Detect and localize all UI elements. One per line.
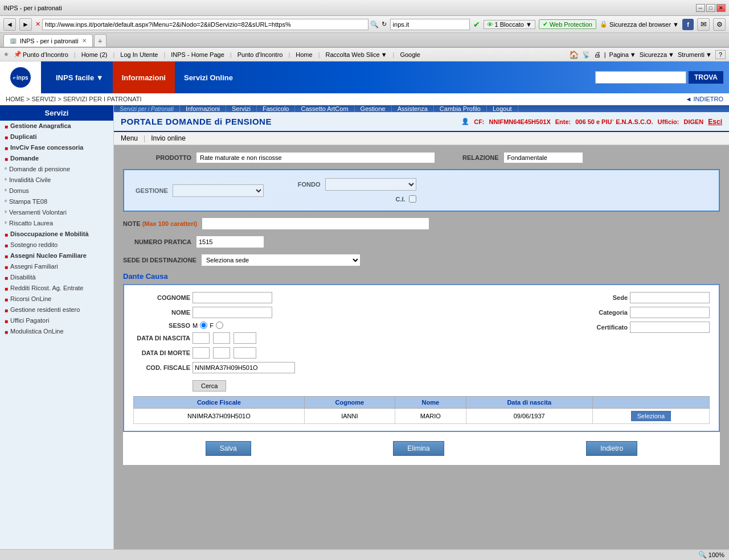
sidebar-item-uffici[interactable]: ■ Uffici Pagatori — [0, 315, 113, 326]
gestione-select[interactable] — [173, 184, 264, 197]
relazione-input[interactable] — [503, 152, 583, 163]
portal-nav-informazioni[interactable]: Informazioni — [180, 105, 226, 112]
esci-button[interactable]: Esci — [708, 118, 722, 126]
portal-nav-cassetto[interactable]: Cassetto ArtCom — [295, 105, 354, 112]
sicurezza-dropdown[interactable]: ▼ — [668, 51, 674, 58]
dropdown-icon2[interactable]: ▼ — [673, 21, 679, 28]
note-input[interactable] — [202, 217, 429, 230]
sidebar-item-invciv[interactable]: ■ InvCiv Fase concessoria — [0, 142, 113, 153]
dropdown-icon[interactable]: ▼ — [526, 21, 532, 28]
search-icon[interactable]: 🔍 — [370, 20, 379, 28]
back-link[interactable]: ◄ INDIETRO — [686, 96, 724, 102]
close-btn[interactable]: ✕ — [716, 4, 726, 12]
sesso-f-radio[interactable] — [216, 322, 223, 329]
bookmark-home[interactable]: Home — [296, 51, 312, 58]
prodotto-input[interactable] — [196, 152, 435, 163]
sidebar-item-domande[interactable]: ■ Domande — [0, 153, 113, 164]
mail-icon[interactable]: ✉ — [697, 18, 710, 31]
facebook-icon[interactable]: f — [682, 19, 694, 30]
sidebar-item-gestione-anagrafica[interactable]: ■ Gestione Anagrafica — [0, 121, 113, 131]
rss-icon[interactable]: 📡 — [582, 51, 591, 59]
tab-close-icon[interactable]: ✕ — [82, 38, 87, 44]
cod-fiscale-input[interactable] — [193, 362, 295, 373]
portal-nav-servizi[interactable]: Servizi — [226, 105, 257, 112]
cognome-input[interactable] — [193, 292, 272, 303]
forward-btn[interactable]: ► — [19, 18, 32, 31]
home-icon[interactable]: 🏠 — [569, 50, 579, 59]
portal-nav-fascicolo[interactable]: Fascicolo — [257, 105, 295, 112]
back-btn[interactable]: ◄ — [3, 18, 16, 31]
seleziona-button[interactable]: Seleziona — [631, 411, 671, 421]
nav-informazioni[interactable]: Informazioni — [113, 61, 175, 93]
bookmark-inps-home[interactable]: INPS - Home Page — [171, 51, 224, 58]
bookmark-punto-incontro[interactable]: 📌 Punto d'Incontro — [14, 51, 68, 58]
close-tab-icon[interactable]: ✕ — [35, 20, 40, 28]
sidebar-item-duplicati[interactable]: ■ Duplicati — [0, 131, 113, 142]
sidebar-item-redditi[interactable]: ■ Redditi Ricost. Ag. Entrate — [0, 283, 113, 294]
sidebar-item-versamenti[interactable]: ° Versamenti Volontari — [0, 207, 113, 218]
menu-link[interactable]: Menu — [121, 134, 138, 142]
settings-icon[interactable]: ⚙ — [713, 18, 726, 31]
bookmark-google[interactable]: Google — [400, 51, 420, 58]
ci-checkbox[interactable] — [409, 195, 416, 203]
sicurezza-menu[interactable]: Sicurezza ▼ — [640, 51, 674, 58]
bookmark-punto2[interactable]: Punto d'Incontro — [237, 51, 283, 58]
data-morte-yyyy[interactable] — [234, 347, 256, 359]
dropdown-icon-raccolta[interactable]: ▼ — [381, 51, 387, 58]
sidebar-item-gestione-residenti[interactable]: ■ Gestione residenti estero — [0, 304, 113, 315]
elimina-button[interactable]: Elimina — [393, 441, 444, 456]
data-morte-mm[interactable] — [213, 347, 230, 359]
web-protection-badge[interactable]: ✔ Web Protection — [539, 19, 596, 29]
data-nascita-mm[interactable] — [213, 332, 230, 344]
sidebar-item-invalidita[interactable]: ° Invalidità Civile — [0, 175, 113, 186]
strumenti-menu[interactable]: Strumenti ▼ — [678, 51, 712, 58]
data-nascita-yyyy[interactable] — [234, 332, 256, 344]
numero-pratica-input[interactable] — [196, 236, 264, 248]
fondo-select[interactable] — [325, 178, 416, 191]
sidebar-item-domus[interactable]: ° Domus — [0, 186, 113, 196]
sidebar-item-stampa-te08[interactable]: ° Stampa TE08 — [0, 196, 113, 207]
refresh-icon[interactable]: ↻ — [382, 20, 387, 28]
active-tab[interactable]: 🏢 INPS - per i patronati ✕ — [3, 34, 93, 47]
indietro-button[interactable]: Indietro — [586, 441, 637, 456]
certificato-input[interactable] — [630, 322, 710, 333]
bookmark-raccolta[interactable]: Raccolta Web Slice ▼ — [326, 51, 387, 58]
maximize-btn[interactable]: □ — [706, 4, 715, 12]
sidebar-item-ricorsi[interactable]: ■ Ricorsi OnLine — [0, 294, 113, 304]
sidebar-item-sostegno[interactable]: ■ Sostegno reddito — [0, 240, 113, 250]
pagina-dropdown[interactable]: ▼ — [630, 51, 636, 58]
categoria-input[interactable] — [630, 307, 710, 318]
sesso-m-radio[interactable] — [200, 322, 207, 329]
address-bar[interactable] — [42, 19, 368, 30]
nome-input[interactable] — [193, 307, 272, 318]
nav-inps-facile[interactable]: INPS facile ▼ — [47, 61, 113, 93]
sidebar-item-riscatto[interactable]: ° Riscatto Laurea — [0, 218, 113, 229]
sidebar-item-disabilita[interactable]: ■ Disabilità — [0, 272, 113, 283]
portal-nav-gestione[interactable]: Gestione — [355, 105, 392, 112]
sidebar-item-domande-pensione[interactable]: ° Domande di pensione — [0, 164, 113, 175]
sede-dest-select[interactable]: Seleziona sede — [201, 254, 361, 266]
trova-button[interactable]: TROVA — [689, 71, 723, 84]
print-icon[interactable]: 🖨 — [594, 51, 601, 59]
bookmark-home2[interactable]: Home (2) — [81, 51, 108, 58]
sede-right-input[interactable] — [630, 292, 710, 303]
blocked-badge[interactable]: 👁 1 Bloccato ▼ — [484, 20, 535, 29]
sidebar-item-modulistica[interactable]: ■ Modulistica OnLine — [0, 326, 113, 337]
portal-nav-cambia-profilo[interactable]: Cambia Profilo — [434, 105, 487, 112]
help-icon[interactable]: ? — [715, 50, 726, 59]
portal-nav-assistenza[interactable]: Assistenza — [392, 105, 434, 112]
sidebar-item-disoccupazione[interactable]: ■ Disoccupazione e Mobilità — [0, 229, 113, 240]
data-nascita-dd[interactable] — [193, 332, 210, 344]
portal-nav-logout[interactable]: Logout — [487, 105, 518, 112]
cerca-button[interactable]: Cerca — [193, 380, 226, 392]
sidebar-item-assegni-nucleo[interactable]: ■ Assegni Nucleo Familiare — [0, 250, 113, 261]
strumenti-dropdown[interactable]: ▼ — [706, 51, 712, 58]
salva-button[interactable]: Salva — [206, 441, 251, 456]
browser-security[interactable]: 🔒 Sicurezza del browser ▼ — [600, 20, 679, 28]
bookmark-login[interactable]: Log In Utente — [120, 51, 158, 58]
sidebar-item-assegni-fam[interactable]: ■ Assegni Familiari — [0, 261, 113, 272]
invio-online-link[interactable]: Invio online — [151, 134, 186, 142]
trova-search-input[interactable] — [595, 71, 686, 84]
pagina-menu[interactable]: Pagina ▼ — [609, 51, 636, 58]
nav-servizi-online[interactable]: Servizi Online — [175, 61, 242, 93]
